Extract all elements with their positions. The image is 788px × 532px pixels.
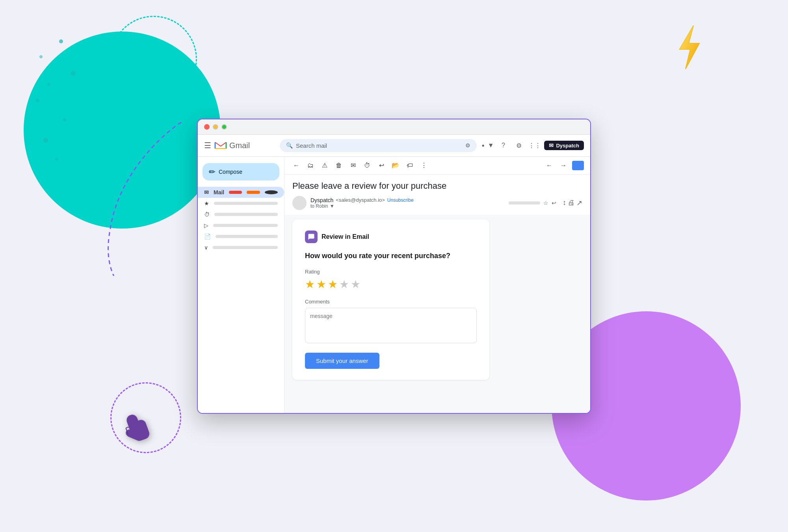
sender-name: Dyspatch — [310, 197, 333, 203]
gmail-logo: Gmail — [214, 141, 250, 150]
prev-email-icon[interactable]: ← — [544, 160, 555, 171]
email-sender-info: Dyspatch <sales@dyspatch.io> Unsubscribe… — [284, 194, 590, 215]
dot-decoration — [59, 39, 63, 43]
sidebar-label-4 — [216, 235, 278, 238]
gmail-sidebar: ✏ Compose ✉ Mail ★ ⏱ — [198, 157, 284, 413]
sidebar-item-sent[interactable]: ▷ — [198, 220, 284, 231]
gmail-header: ☰ Gmail 🔍 Search mail ⚙ — [198, 135, 590, 157]
review-title: Review in Email — [322, 233, 369, 240]
sidebar-item-drafts[interactable]: 📄 — [198, 231, 284, 242]
gmail-header-right-icons: ● ▼ ? ⚙ ⋮⋮ ✉ Dyspatch — [481, 139, 584, 152]
delete-icon[interactable]: 🗑 — [333, 160, 344, 171]
mail-badge-orange — [247, 191, 260, 194]
send-icon: ▷ — [204, 222, 208, 229]
reply-icon[interactable]: ↩ — [552, 200, 556, 206]
email-action-icons: ☆ ↩ ↕ 🖨 ↗ — [509, 199, 582, 207]
compose-icon: ✏ — [209, 167, 216, 177]
rating-label: Rating — [305, 269, 477, 275]
recipient-dropdown[interactable]: ▼ — [330, 203, 335, 209]
archive-icon[interactable]: 🗂 — [305, 160, 316, 171]
clock-toolbar-icon[interactable]: ⏱ — [362, 160, 373, 171]
timestamp-bar — [509, 201, 540, 205]
sender-email-display: <sales@dyspatch.io> — [336, 197, 385, 203]
search-icon: 🔍 — [286, 142, 293, 149]
star-2[interactable]: ★ — [316, 278, 326, 291]
gmail-search-bar[interactable]: 🔍 Search mail ⚙ — [280, 139, 477, 152]
gmail-text: Gmail — [229, 141, 250, 150]
to-recipient: to Robin — [310, 203, 328, 209]
review-icon — [305, 231, 318, 243]
mail-badge-red — [229, 191, 242, 194]
email-body: Review in Email How would you rate your … — [284, 215, 590, 413]
apps-icon[interactable]: ⋮⋮ — [528, 139, 541, 152]
traffic-light-red[interactable] — [204, 124, 210, 130]
unsubscribe-link[interactable]: Unsubscribe — [387, 197, 414, 203]
review-card: Review in Email How would you rate your … — [292, 219, 489, 380]
dyspatch-logo: ✉ — [549, 142, 554, 149]
review-question: How would you rate your recent purchase? — [305, 251, 477, 261]
dashed-arrow-svg — [79, 118, 197, 276]
email-icon[interactable]: ✉ — [348, 160, 359, 171]
star-3[interactable]: ★ — [328, 278, 338, 291]
hamburger-icon[interactable]: ☰ — [204, 141, 211, 150]
browser-window: ☰ Gmail 🔍 Search mail ⚙ — [197, 119, 591, 414]
sidebar-label-2 — [214, 213, 278, 216]
review-card-header: Review in Email — [305, 231, 477, 243]
sidebar-item-snoozed[interactable]: ⏱ — [198, 209, 284, 220]
star-icon: ★ — [204, 200, 209, 206]
search-placeholder-text: Search mail — [296, 142, 327, 149]
gmail-interface: ✏ Compose ✉ Mail ★ ⏱ — [198, 157, 590, 413]
folder-icon[interactable]: 📂 — [390, 160, 401, 171]
sidebar-label-1 — [214, 202, 278, 205]
browser-chrome — [198, 119, 590, 135]
hand-cursor-decoration — [112, 406, 160, 458]
settings-icon[interactable]: ⚙ — [513, 139, 525, 152]
dot-decoration — [71, 71, 76, 76]
new-window-icon[interactable]: ↗ — [576, 199, 582, 207]
star-1[interactable]: ★ — [305, 278, 315, 291]
next-email-icon[interactable]: → — [558, 160, 569, 171]
submit-answer-button[interactable]: Submit your answer — [305, 353, 379, 369]
traffic-light-yellow[interactable] — [213, 124, 218, 130]
expand-icon[interactable]: ↕ — [563, 199, 566, 207]
nav-indicator — [572, 161, 584, 170]
help-icon[interactable]: ? — [497, 139, 509, 152]
report-icon[interactable]: ⚠ — [319, 160, 330, 171]
sidebar-item-more[interactable]: ∨ — [198, 242, 284, 253]
email-subject: Please leave a review for your purchase — [284, 175, 590, 194]
forward-archive-icon[interactable]: ↩ — [376, 160, 387, 171]
print-icon[interactable]: 🖨 — [568, 199, 575, 207]
email-side-actions: ↕ 🖨 ↗ — [563, 199, 582, 207]
mail-label: Mail — [214, 189, 224, 195]
star-rating[interactable]: ★ ★ ★ ★ ★ — [305, 278, 477, 291]
dyspatch-label: Dyspatch — [556, 143, 579, 149]
star-email-icon[interactable]: ☆ — [543, 200, 548, 206]
bullet-icon: ● — [481, 143, 484, 148]
more-toolbar-icon[interactable]: ⋮ — [418, 160, 429, 171]
star-4[interactable]: ★ — [339, 278, 349, 291]
label-icon[interactable]: 🏷 — [404, 160, 415, 171]
more-icon: ∨ — [204, 244, 208, 251]
dot-decoration — [63, 118, 66, 121]
lightning-bolt-decoration — [670, 24, 709, 79]
clock-icon: ⏱ — [204, 211, 210, 218]
dot-decoration — [35, 99, 39, 102]
sidebar-item-starred[interactable]: ★ — [198, 198, 284, 209]
teal-blob — [24, 32, 221, 229]
back-button[interactable]: ← — [291, 160, 302, 171]
traffic-light-green[interactable] — [221, 124, 227, 130]
compose-label: Compose — [219, 169, 242, 175]
star-5[interactable]: ★ — [351, 278, 361, 291]
comments-textarea[interactable] — [305, 308, 477, 343]
teal-dotted-circle — [110, 16, 197, 102]
compose-button[interactable]: ✏ Compose — [203, 163, 279, 180]
dot-decoration — [55, 158, 58, 161]
dyspatch-badge: ✉ Dyspatch — [544, 141, 584, 150]
draft-icon: 📄 — [204, 233, 211, 240]
sidebar-label-3 — [213, 224, 278, 227]
gmail-content: ← 🗂 ⚠ 🗑 ✉ ⏱ ↩ 📂 🏷 ⋮ ← → Please leave — [284, 157, 590, 413]
sidebar-item-mail[interactable]: ✉ Mail — [198, 187, 284, 198]
dropdown-icon[interactable]: ▼ — [488, 142, 494, 149]
sidebar-label-5 — [213, 246, 278, 249]
filter-sliders-icon[interactable]: ⚙ — [465, 142, 470, 149]
